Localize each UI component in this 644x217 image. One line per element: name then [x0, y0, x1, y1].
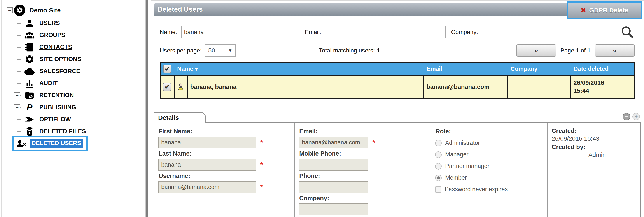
sidebar-item-label: DELETED FILES [40, 128, 86, 135]
table-row[interactable]: ✔ banana, banana banana@banana.com 26/09… [160, 75, 634, 98]
details-audit-column: Created: 26/09/2016 15:43 Created by: Ad… [547, 123, 640, 217]
company-field[interactable] [299, 204, 368, 215]
sidebar-item-users[interactable]: USERS [2, 17, 145, 29]
phone-label: Phone: [299, 172, 426, 180]
details-contact-column: Email: * Mobile Phone: Phone: Company: [294, 123, 431, 217]
email-column-header[interactable]: Email [424, 62, 508, 75]
company-filter-label: Company: [451, 29, 478, 36]
per-page-select[interactable]: 50 ▼ [205, 44, 236, 57]
mobile-phone-label: Mobile Phone: [299, 150, 426, 157]
gear-icon [24, 54, 35, 65]
name-column-header[interactable]: Name▼ [174, 62, 424, 75]
created-by-label: Created by: [552, 144, 636, 150]
password-never-expires-option[interactable]: Password never expires [435, 186, 543, 193]
panel-header: Deleted Users ✖ GDPR Delete [154, 3, 641, 16]
phone-field[interactable] [299, 181, 368, 193]
role-option-member[interactable]: Member [435, 174, 543, 181]
sidebar-item-label: GROUPS [40, 32, 65, 38]
role-option-administrator[interactable]: Administrator [435, 140, 543, 146]
tree-connector [18, 47, 24, 48]
next-page-button[interactable]: » [594, 44, 635, 57]
sidebar-item-publishing[interactable]: + P PUBLISHING [2, 101, 145, 113]
bar-chart-icon [24, 78, 35, 89]
required-marker: * [260, 161, 263, 168]
pagination: « Page 1 of 1 » [516, 44, 635, 57]
gdpr-delete-label: GDPR Delete [589, 7, 628, 14]
first-name-field[interactable] [158, 136, 256, 148]
expand-icon[interactable]: + [14, 104, 20, 110]
required-marker: * [372, 139, 375, 146]
role-option-manager[interactable]: Manager [435, 151, 543, 158]
search-filters-row: Name: Email: Company: [160, 24, 635, 40]
sidebar-item-retention[interactable]: + RETENTION [2, 89, 145, 101]
tree-connector [18, 71, 24, 72]
sidebar-splitter[interactable] [145, 0, 148, 217]
sidebar-item-label: PUBLISHING [40, 104, 76, 111]
radio-icon[interactable] [435, 163, 442, 170]
per-page-value: 50 [208, 47, 215, 54]
expand-panel-icon[interactable]: + [632, 113, 640, 120]
select-all-checkbox[interactable]: ✔ [163, 65, 172, 73]
sidebar-item-label: SALESFORCE [40, 68, 80, 74]
panel-window-controls: − + [623, 113, 640, 120]
sidebar-item-optiflow[interactable]: OPTIFLOW [2, 113, 145, 125]
role-option-partner-manager[interactable]: Partner manager [435, 163, 543, 170]
sidebar-item-label: SITE OPTIONS [40, 56, 81, 62]
deleted-users-table: ✔ Name▼ Email Company Date deleted ✔ [160, 62, 635, 99]
expand-icon[interactable]: + [14, 92, 20, 98]
role-label: Role: [436, 128, 543, 135]
page-title: Deleted Users [154, 6, 203, 13]
created-label: Created: [552, 127, 636, 134]
sidebar-item-site-options[interactable]: SITE OPTIONS [2, 53, 145, 65]
list-controls-row: Users per page: 50 ▼ Total matching user… [160, 44, 635, 57]
site-tree: − Demo Site USERS GROUPS CONTA [2, 4, 145, 150]
tab-details[interactable]: Details [154, 112, 206, 123]
deleted-users-panel: Deleted Users ✖ GDPR Delete Name: Email:… [154, 3, 641, 217]
table-header-row: ✔ Name▼ Email Company Date deleted [160, 62, 634, 75]
per-page-label: Users per page: [160, 47, 202, 54]
checkbox-icon[interactable] [435, 186, 441, 192]
window-top-edge [151, 0, 644, 1]
sidebar-item-deleted-users[interactable]: DELETED USERS [2, 138, 145, 150]
site-gear-icon [14, 4, 26, 16]
created-value: 26/09/2016 15:43 [552, 135, 636, 142]
collapse-panel-icon[interactable]: − [623, 113, 630, 120]
tree-connector [18, 59, 24, 60]
search-button[interactable] [620, 24, 635, 40]
prev-page-button[interactable]: « [516, 44, 556, 57]
first-name-label: First Name: [158, 128, 290, 135]
selected-item-highlight-box[interactable]: DELETED USERS [12, 136, 88, 152]
red-x-icon: ✖ [580, 7, 586, 14]
username-field[interactable] [158, 181, 256, 193]
sidebar-item-salesforce[interactable]: SALESFORCE [2, 65, 145, 77]
chevron-down-icon: ▼ [228, 48, 232, 53]
publishing-p-icon: P [24, 102, 35, 113]
last-name-label: Last Name: [158, 150, 290, 157]
name-filter-input[interactable] [181, 26, 299, 38]
sidebar-item-contacts[interactable]: CONTACTS [2, 41, 145, 53]
email-filter-input[interactable] [326, 26, 446, 38]
radio-icon[interactable] [435, 152, 442, 158]
sidebar-item-groups[interactable]: GROUPS [2, 29, 145, 41]
tree-root-demo-site[interactable]: − Demo Site [2, 4, 145, 17]
username-label: Username: [158, 172, 290, 180]
email-field[interactable] [299, 136, 368, 148]
collapse-expander-icon[interactable]: − [6, 7, 13, 13]
date-deleted-column-header[interactable]: Date deleted [570, 62, 634, 75]
gdpr-delete-button[interactable]: ✖ GDPR Delete [566, 1, 642, 19]
page-indicator: Page 1 of 1 [560, 47, 590, 54]
radio-selected-icon[interactable] [435, 174, 442, 181]
required-marker: * [260, 184, 263, 191]
company-filter-input[interactable] [482, 26, 601, 38]
tree-root-label: Demo Site [29, 7, 61, 14]
radio-icon[interactable] [435, 140, 442, 146]
company-column-header[interactable]: Company [508, 62, 570, 75]
sort-desc-icon: ▼ [194, 67, 199, 72]
last-name-field[interactable] [158, 159, 256, 170]
row-company-cell [508, 75, 570, 98]
company-label: Company: [299, 195, 426, 202]
row-checkbox[interactable]: ✔ [163, 83, 171, 91]
sidebar-item-audit[interactable]: AUDIT [2, 77, 145, 89]
mobile-phone-field[interactable] [299, 159, 368, 170]
group-icon [24, 30, 35, 41]
